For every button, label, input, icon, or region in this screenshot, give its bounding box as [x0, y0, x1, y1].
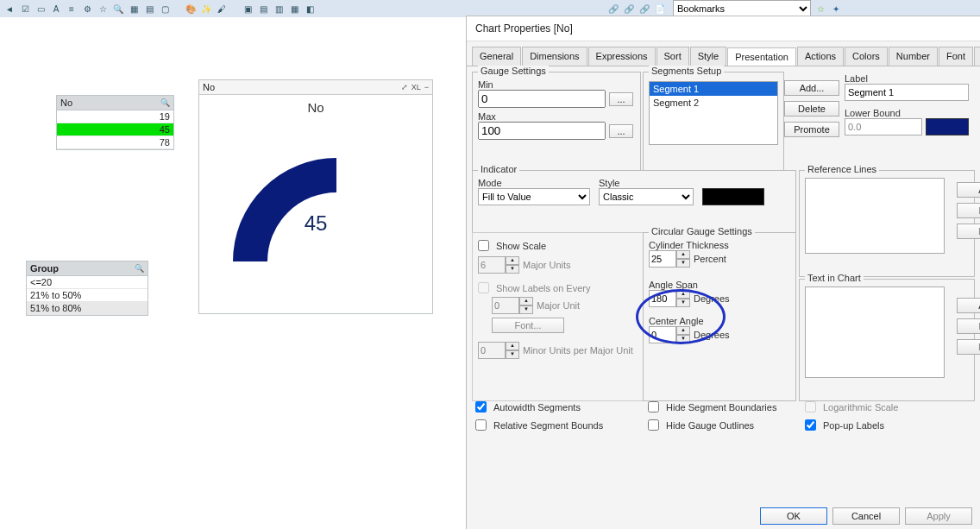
tab-colors[interactable]: Colors — [845, 47, 888, 66]
magnifier-icon[interactable]: 🔍 — [160, 98, 170, 107]
tab-sort[interactable]: Sort — [656, 47, 689, 66]
tab-dimensions[interactable]: Dimensions — [522, 47, 587, 66]
gauge-chart[interactable]: No ⤢ XL − No 45 — [198, 79, 433, 314]
ref-edit-button[interactable]: Ed — [957, 203, 980, 218]
text-in-chart-group: Text in Chart — [799, 279, 975, 401]
ref-add-button[interactable]: Ad — [957, 182, 980, 198]
lines-icon[interactable]: ≡ — [66, 3, 78, 15]
max-input[interactable] — [478, 122, 606, 140]
minor-units-spinner[interactable]: ▲▼ — [478, 342, 519, 359]
txt-add-button[interactable]: Ad — [957, 298, 980, 313]
txt-edit-button[interactable]: Ed — [957, 318, 980, 334]
magnifier-icon[interactable]: 🔍 — [135, 264, 144, 273]
search-icon[interactable]: 🔍 — [112, 3, 124, 15]
tab-number[interactable]: Number — [889, 47, 938, 66]
link3-icon[interactable]: 🔗 — [638, 3, 650, 15]
relative-bounds-checkbox[interactable] — [475, 419, 487, 431]
style-select[interactable]: Classic — [599, 188, 694, 205]
grid-icon[interactable]: ▦ — [128, 3, 140, 15]
dialog-title: Chart Properties [No] — [467, 16, 980, 41]
angle-span-spinner[interactable]: ▲▼ — [649, 290, 690, 307]
reference-list[interactable] — [805, 178, 945, 254]
center-angle-spinner[interactable]: ▲▼ — [649, 326, 690, 343]
style-label: Style — [599, 178, 694, 188]
detach-icon[interactable]: ⤢ — [401, 83, 408, 91]
font-button[interactable]: Font... — [492, 318, 564, 333]
show-scale-group: Show Scale ▲▼ Major Units Show Labels on… — [472, 232, 648, 401]
tab-layout[interactable]: Layout — [974, 47, 980, 66]
minimize-icon[interactable]: − — [424, 83, 429, 91]
tab-actions[interactable]: Actions — [797, 47, 844, 66]
tool5-icon[interactable]: ◧ — [304, 3, 316, 15]
gear-icon[interactable]: ⚙ — [81, 3, 93, 15]
back-icon[interactable]: ◄ — [3, 3, 16, 15]
hide-outlines-checkbox[interactable] — [648, 419, 659, 431]
listbox-no[interactable]: No🔍 19 45 78 — [56, 95, 174, 150]
starx-icon[interactable]: ✦ — [830, 3, 842, 15]
ok-button[interactable]: OK — [760, 507, 827, 525]
thickness-label: Cylinder Thickness — [649, 240, 790, 250]
autowidth-checkbox[interactable] — [475, 401, 487, 412]
checkbox-icon[interactable]: ☑ — [19, 3, 31, 15]
bookmarks-selector[interactable]: Bookmarks — [673, 0, 811, 17]
txt-delete-button[interactable]: De — [957, 339, 980, 355]
label-input[interactable] — [845, 84, 969, 101]
tool2-icon[interactable]: ▤ — [257, 3, 269, 15]
text-icon[interactable]: A — [50, 3, 62, 15]
tab-font[interactable]: Font — [939, 47, 973, 66]
link2-icon[interactable]: 🔗 — [623, 3, 635, 15]
chart-title: No — [199, 100, 432, 115]
apply-button[interactable]: Apply — [905, 507, 972, 525]
text-list[interactable] — [805, 287, 945, 378]
major-unit-spinner[interactable]: ▲▼ — [492, 297, 533, 314]
min-browse-button[interactable]: ... — [609, 92, 633, 106]
cancel-button[interactable]: Cancel — [832, 507, 900, 525]
list-item[interactable]: 19 — [57, 110, 173, 123]
list-icon[interactable]: ▤ — [143, 3, 155, 15]
indicator-color[interactable] — [702, 188, 764, 205]
rect-icon[interactable]: ▭ — [35, 3, 47, 15]
tab-style[interactable]: Style — [690, 47, 726, 66]
min-input[interactable] — [478, 90, 606, 108]
tool4-icon[interactable]: ▦ — [288, 3, 300, 15]
tool1-icon[interactable]: ▣ — [242, 3, 254, 15]
min-label: Min — [478, 79, 635, 90]
ref-delete-button[interactable]: De — [957, 224, 980, 239]
promote-button[interactable]: Promote — [784, 122, 839, 137]
color-swatch[interactable] — [926, 118, 969, 135]
doc-icon[interactable]: 📄 — [654, 3, 666, 15]
reference-lines-group: Reference Lines — [799, 170, 975, 277]
max-label: Max — [478, 111, 635, 122]
segments-list[interactable]: Segment 1 Segment 2 — [649, 81, 778, 145]
tab-general[interactable]: General — [472, 47, 521, 66]
list-item[interactable]: 78 — [57, 136, 173, 149]
list-item[interactable]: 45 — [57, 123, 173, 136]
tab-presentation[interactable]: Presentation — [727, 47, 796, 66]
hide-boundaries-checkbox[interactable] — [648, 401, 659, 412]
box-icon[interactable]: ▢ — [159, 3, 171, 15]
delete-button[interactable]: Delete — [784, 101, 839, 117]
list-item[interactable]: <=20 — [27, 276, 148, 289]
listbox-group[interactable]: Group🔍 <=20 21% to 50% 51% to 80% — [26, 261, 148, 316]
segment-item[interactable]: Segment 2 — [650, 96, 777, 110]
workspace: No🔍 19 45 78 Group🔍 <=20 21% to 50% 51% … — [0, 17, 466, 529]
add-button[interactable]: Add... — [784, 80, 839, 96]
star-icon[interactable]: ☆ — [97, 3, 109, 15]
link1-icon[interactable]: 🔗 — [607, 3, 619, 15]
major-units-spinner[interactable]: ▲▼ — [478, 256, 519, 274]
popup-labels-checkbox[interactable] — [805, 419, 816, 431]
star2-icon[interactable]: ☆ — [814, 3, 826, 15]
show-scale-checkbox[interactable] — [478, 240, 489, 251]
tool3-icon[interactable]: ▥ — [273, 3, 285, 15]
tab-expressions[interactable]: Expressions — [588, 47, 656, 66]
wand-icon[interactable]: ✨ — [200, 3, 212, 15]
thickness-spinner[interactable]: ▲▼ — [649, 250, 690, 268]
max-browse-button[interactable]: ... — [609, 124, 633, 138]
xl-icon[interactable]: XL — [411, 83, 421, 91]
list-item[interactable]: 21% to 50% — [27, 289, 148, 302]
paint-icon[interactable]: 🎨 — [185, 3, 197, 15]
list-item[interactable]: 51% to 80% — [27, 302, 148, 315]
brush-icon[interactable]: 🖌 — [216, 3, 228, 15]
mode-select[interactable]: Fill to Value — [478, 188, 590, 205]
segment-item[interactable]: Segment 1 — [650, 82, 777, 96]
